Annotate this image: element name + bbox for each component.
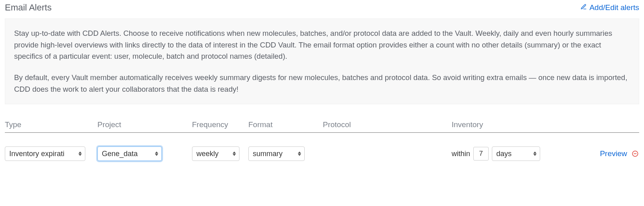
col-header-type: Type — [5, 120, 97, 129]
info-paragraph-2: By default, every Vault member automatic… — [14, 72, 630, 95]
col-header-format: Format — [248, 120, 323, 129]
inventory-unit-value: days — [496, 150, 512, 158]
project-select-value: Gene_data — [102, 150, 138, 158]
preview-link[interactable]: Preview — [600, 149, 627, 158]
col-header-protocol: Protocol — [323, 120, 452, 129]
inventory-value-input[interactable] — [473, 147, 489, 161]
col-header-frequency: Frequency — [192, 120, 248, 129]
table-header: Type Project Frequency Format Protocol I… — [5, 120, 639, 133]
col-header-inventory: Inventory — [452, 120, 572, 129]
frequency-select[interactable]: weekly — [192, 146, 239, 161]
project-select[interactable]: Gene_data — [97, 146, 162, 161]
format-select-value: summary — [253, 150, 283, 158]
format-select[interactable]: summary — [248, 146, 305, 161]
select-caret-icon — [155, 152, 158, 156]
inventory-prefix: within — [452, 150, 470, 158]
inventory-unit-select[interactable]: days — [492, 146, 540, 161]
select-caret-icon — [78, 152, 82, 156]
page-title: Email Alerts — [5, 2, 52, 13]
type-select[interactable]: Inventory expirati — [5, 146, 85, 161]
select-caret-icon — [298, 152, 301, 156]
add-edit-alerts-link[interactable]: Add/Edit alerts — [580, 3, 639, 12]
pencil-icon — [580, 3, 587, 12]
remove-alert-button[interactable] — [631, 150, 639, 158]
select-caret-icon — [233, 152, 236, 156]
select-caret-icon — [533, 152, 537, 156]
info-paragraph-1: Stay up-to-date with CDD Alerts. Choose … — [14, 28, 630, 62]
frequency-select-value: weekly — [196, 150, 219, 158]
info-box: Stay up-to-date with CDD Alerts. Choose … — [5, 19, 639, 104]
col-header-project: Project — [97, 120, 192, 129]
add-edit-alerts-label: Add/Edit alerts — [589, 3, 639, 12]
alert-row: Inventory expirati Gene_data weekly summ… — [5, 133, 639, 161]
type-select-value: Inventory expirati — [9, 150, 64, 158]
